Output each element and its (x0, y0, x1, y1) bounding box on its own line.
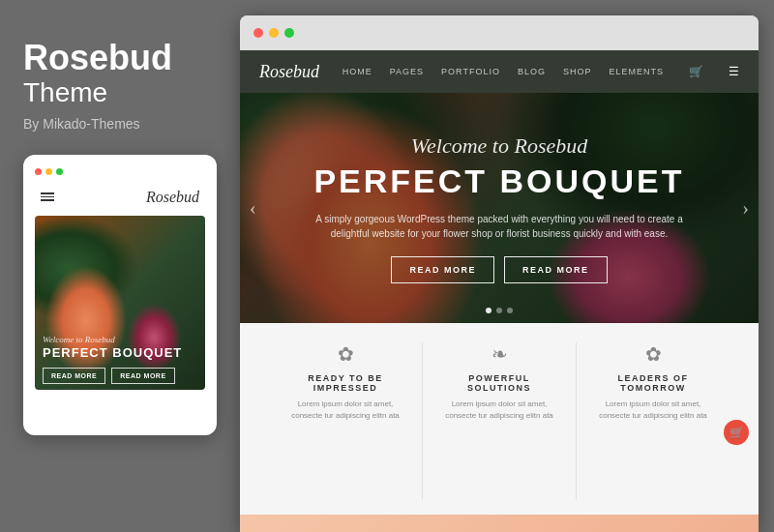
site-nav-links: HOME PAGES PORTFOLIO BLOG SHOP ELEMENTS … (342, 65, 739, 79)
mobile-read-more-btn-2[interactable]: READ MORE (111, 368, 174, 384)
feature-title-2: POWERFUL SOLUTIONS (438, 373, 560, 393)
site-features: ✿ READY TO BE IMPRESSED Lorem ipsum dolo… (240, 323, 759, 515)
mobile-titlebar-dots (35, 166, 205, 177)
mobile-logo: Rosebud (146, 189, 199, 206)
browser-mockup: Rosebud HOME PAGES PORTFOLIO BLOG SHOP E… (240, 15, 759, 532)
nav-link-blog[interactable]: BLOG (518, 67, 546, 76)
browser-dot-yellow[interactable] (269, 28, 279, 38)
site-logo: Rosebud (259, 62, 319, 82)
browser-titlebar (240, 15, 759, 50)
feature-icon-2: ❧ (438, 342, 560, 366)
mobile-hero-flower-bg (35, 216, 205, 390)
hero-buttons: READ MORE READ MORE (313, 256, 684, 283)
feature-item-1: ✿ READY TO BE IMPRESSED Lorem ipsum dolo… (269, 342, 422, 499)
hero-dot-1[interactable] (486, 308, 491, 313)
hero-text-content: Welcome to Rosebud PERFECT BOUQUET A sim… (275, 133, 723, 283)
mobile-dot-red (35, 168, 42, 175)
site-navbar: Rosebud HOME PAGES PORTFOLIO BLOG SHOP E… (240, 50, 759, 93)
brand-by: By Mikado-Themes (23, 116, 217, 132)
hero-description: A simply gorgeous WordPress theme packed… (315, 212, 683, 241)
feature-item-2: ❧ POWERFUL SOLUTIONS Lorem ipsum dolor s… (422, 342, 576, 499)
nav-link-portfolio[interactable]: PORTFOLIO (441, 67, 500, 76)
mobile-hero-text: Welcome to Rosebud PERFECT BOUQUET (43, 335, 197, 360)
cart-overlay-icon[interactable]: 🛒 (724, 420, 749, 445)
mobile-mockup: Rosebud Welcome to Rosebud PERFECT BOUQU… (23, 155, 217, 435)
browser-dot-red[interactable] (253, 28, 263, 38)
feature-icon-1: ✿ (284, 342, 406, 366)
cart-icon-symbol: 🛒 (729, 426, 744, 440)
nav-link-shop[interactable]: SHOP (563, 67, 592, 76)
mobile-read-more-btn-1[interactable]: READ MORE (43, 368, 105, 384)
brand-subtitle: Theme (23, 77, 217, 108)
hero-read-more-btn-2[interactable]: READ MORE (504, 256, 608, 283)
menu-icon[interactable]: ☰ (729, 65, 739, 79)
hero-dot-2[interactable] (496, 308, 502, 313)
mobile-buttons: READ MORE READ MORE (43, 368, 175, 384)
nav-link-pages[interactable]: PAGES (390, 67, 424, 76)
hero-indicator-dots (486, 308, 513, 313)
hero-script-text: Welcome to Rosebud (313, 133, 684, 159)
feature-desc-3: Lorem ipsum dolor sit amet, consecte tur… (592, 399, 714, 422)
feature-title-3: LEADERS OF TOMORROW (592, 373, 714, 393)
feature-title-1: READY TO BE IMPRESSED (284, 373, 406, 393)
hero-arrow-left[interactable]: ‹ (250, 197, 256, 220)
hero-arrow-right[interactable]: › (742, 197, 749, 220)
brand-title: Rosebud (23, 39, 217, 77)
hamburger-icon[interactable] (41, 192, 54, 201)
mobile-bouquet-text: PERFECT BOUQUET (43, 346, 197, 360)
browser-dot-green[interactable] (284, 28, 294, 38)
mobile-welcome-script: Welcome to Rosebud (43, 335, 197, 344)
site-hero: Welcome to Rosebud PERFECT BOUQUET A sim… (240, 93, 759, 323)
feature-desc-2: Lorem ipsum dolor sit amet, consecte tur… (438, 399, 560, 422)
nav-link-home[interactable]: HOME (342, 67, 372, 76)
feature-item-3: ✿ LEADERS OF TOMORROW Lorem ipsum dolor … (576, 342, 729, 499)
mobile-nav-bar: Rosebud (35, 185, 205, 210)
mobile-hero: Welcome to Rosebud PERFECT BOUQUET READ … (35, 216, 205, 390)
left-panel: Rosebud Theme By Mikado-Themes Rosebud W… (0, 0, 240, 532)
feature-desc-1: Lorem ipsum dolor sit amet, consecte tur… (284, 399, 406, 422)
hero-dot-3[interactable] (507, 308, 513, 313)
feature-icon-3: ✿ (592, 342, 714, 366)
hero-main-title: PERFECT BOUQUET (313, 163, 684, 200)
nav-link-elements[interactable]: ELEMENTS (609, 67, 664, 76)
site-bottom-strip (240, 515, 759, 532)
browser-content: Rosebud HOME PAGES PORTFOLIO BLOG SHOP E… (240, 50, 759, 532)
mobile-dot-green (56, 168, 63, 175)
mobile-dot-yellow (45, 168, 52, 175)
cart-icon[interactable]: 🛒 (689, 65, 703, 79)
hero-read-more-btn-1[interactable]: READ MORE (391, 256, 494, 283)
